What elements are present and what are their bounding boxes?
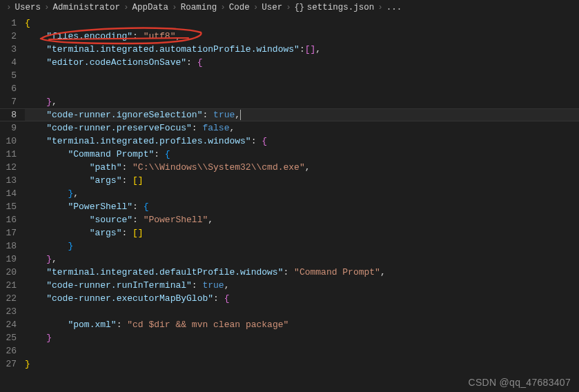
line-number: 22: [0, 292, 17, 305]
line-number: 27: [0, 357, 17, 371]
line-number: 25: [0, 331, 17, 344]
code-line[interactable]: }: [25, 357, 579, 371]
code-line[interactable]: {: [25, 17, 579, 30]
code-line[interactable]: "terminal.integrated.defaultProfile.wind…: [25, 266, 579, 279]
chevron-right-icon: ›: [220, 3, 226, 12]
breadcrumb-item[interactable]: settings.json: [307, 3, 375, 12]
code-line[interactable]: "files.encoding": "utf8",: [25, 30, 579, 43]
text-cursor: [240, 110, 241, 120]
chevron-right-icon: ›: [172, 3, 177, 12]
line-number: 23: [0, 305, 17, 318]
code-line[interactable]: }: [25, 331, 579, 344]
code-line[interactable]: "args": []: [25, 174, 579, 187]
line-number: 16: [0, 213, 17, 226]
code-line[interactable]: },: [25, 95, 579, 108]
chevron-right-icon: ›: [124, 3, 129, 12]
breadcrumb[interactable]: ›Users›Administrator›AppData›Roaming›Cod…: [0, 0, 579, 15]
code-editor[interactable]: 1234567891011121314151617181920212223242…: [0, 15, 579, 392]
code-line[interactable]: "path": "C:\\Windows\\System32\\cmd.exe"…: [25, 161, 579, 174]
code-line[interactable]: "code-runner.executorMapByGlob": {: [25, 292, 579, 305]
chevron-right-icon: ›: [286, 3, 291, 12]
code-line[interactable]: "args": []: [25, 226, 579, 239]
code-line[interactable]: },: [25, 253, 579, 266]
code-line[interactable]: "code-runner.preserveFocus": false,: [25, 121, 579, 135]
code-line[interactable]: },: [25, 187, 579, 200]
line-number: 26: [0, 344, 17, 357]
line-number: 1: [0, 17, 17, 30]
breadcrumb-item[interactable]: AppData: [133, 3, 169, 12]
code-line[interactable]: [25, 344, 579, 357]
line-number: 3: [0, 43, 17, 56]
code-area[interactable]: { "files.encoding": "utf8", "terminal.in…: [25, 15, 579, 392]
line-number: 6: [0, 82, 17, 95]
line-number: 20: [0, 266, 17, 279]
code-line[interactable]: }: [25, 239, 579, 253]
line-number: 17: [0, 226, 17, 239]
breadcrumb-item[interactable]: Code: [229, 3, 250, 12]
breadcrumb-item[interactable]: ...: [386, 3, 402, 12]
line-number-gutter: 1234567891011121314151617181920212223242…: [0, 15, 25, 392]
code-line[interactable]: "terminal.integrated.automationProfile.w…: [25, 43, 579, 56]
code-line[interactable]: "terminal.integrated.profiles.windows": …: [25, 135, 579, 148]
line-number: 21: [0, 279, 17, 292]
chevron-right-icon: ›: [6, 3, 12, 12]
line-number: 24: [0, 318, 17, 331]
line-number: 9: [0, 121, 17, 135]
line-number: 10: [0, 135, 17, 148]
line-number: 12: [0, 161, 17, 174]
line-number: 5: [0, 69, 17, 82]
line-number: 11: [0, 148, 17, 161]
code-line[interactable]: "editor.codeActionsOnSave": {: [25, 56, 579, 69]
code-line[interactable]: "PowerShell": {: [25, 200, 579, 213]
line-number: 8: [0, 108, 17, 121]
line-number: 7: [0, 95, 17, 108]
watermark: CSDN @qq_47683407: [468, 377, 571, 388]
line-number: 13: [0, 174, 17, 187]
code-line[interactable]: [25, 305, 579, 318]
braces-icon: {}: [295, 3, 304, 12]
code-line[interactable]: "pom.xml": "cd $dir && mvn clean package…: [25, 318, 579, 331]
line-number: 15: [0, 200, 17, 213]
line-number: 14: [0, 187, 17, 200]
code-line[interactable]: "Command Prompt": {: [25, 148, 579, 161]
breadcrumb-item[interactable]: Users: [15, 3, 41, 12]
line-number: 4: [0, 56, 17, 69]
line-number: 19: [0, 253, 17, 266]
code-line[interactable]: [25, 82, 579, 95]
breadcrumb-item[interactable]: Administrator: [53, 3, 121, 12]
line-number: 18: [0, 239, 17, 253]
chevron-right-icon: ›: [253, 3, 259, 12]
code-line[interactable]: "source": "PowerShell",: [25, 213, 579, 226]
code-line[interactable]: [25, 69, 579, 82]
breadcrumb-item[interactable]: Roaming: [181, 3, 217, 12]
breadcrumb-item[interactable]: User: [262, 3, 282, 12]
chevron-right-icon: ›: [44, 3, 50, 12]
code-line[interactable]: "code-runner.runInTerminal": true,: [25, 279, 579, 292]
line-number: 2: [0, 30, 17, 43]
chevron-right-icon: ›: [377, 3, 383, 12]
code-line[interactable]: "code-runner.ignoreSelection": true,: [25, 108, 579, 121]
